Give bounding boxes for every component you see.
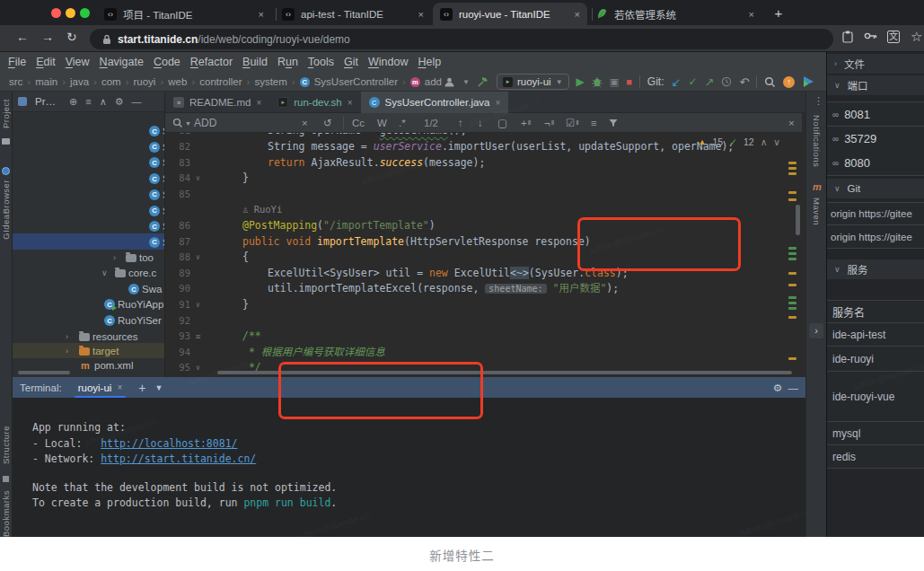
service-item[interactable]: ide-api-test <box>827 323 924 347</box>
inspections-widget[interactable]: ▲ 15 ✓ 12 ∧ ∨ <box>699 136 780 147</box>
git-update-icon[interactable]: ↙ <box>672 75 682 89</box>
stop-button[interactable]: ■ <box>626 76 632 87</box>
exclude-filter-icon[interactable]: ¬Ⅱ <box>544 113 554 133</box>
git-rollback-icon[interactable]: ↶ <box>739 75 749 89</box>
tree-item[interactable]: CSwa <box>13 281 165 297</box>
breadcrumb-item[interactable]: main <box>35 76 57 87</box>
sidebar-section-files[interactable]: ›文件 <box>827 54 924 74</box>
menu-item-edit[interactable]: Edit <box>36 56 56 68</box>
new-tab-button[interactable]: + <box>769 4 788 23</box>
tool-stripe-bookmarks[interactable]: Bookmarks <box>1 490 11 537</box>
tool-stripe-notifications[interactable]: Notifications <box>812 115 822 167</box>
tree-item[interactable]: CRuoYiApp <box>13 296 165 312</box>
tab-close-icon[interactable]: × <box>259 9 264 20</box>
git-history-icon[interactable] <box>721 76 732 87</box>
port-item[interactable]: ∞8081 <box>827 101 924 127</box>
fold-marker-icon[interactable]: ∨ <box>196 250 200 266</box>
sidebar-section-git[interactable]: ∨Git <box>827 179 924 198</box>
breadcrumb-item[interactable]: controller <box>199 76 242 87</box>
tree-class-item[interactable]: CS <box>13 123 165 139</box>
profile-icon[interactable] <box>444 76 455 88</box>
tool-stripe-project[interactable]: Project <box>1 99 11 128</box>
back-icon[interactable]: ← <box>16 30 29 44</box>
git-commit-icon[interactable]: ✓ <box>688 75 697 88</box>
tree-class-item[interactable]: CS <box>13 203 165 219</box>
traffic-light-zoom[interactable] <box>80 8 90 18</box>
prev-occurrence-icon[interactable]: ↑ <box>458 113 463 133</box>
locate-button[interactable]: ⊕ <box>69 96 77 108</box>
key-icon[interactable] <box>864 31 877 41</box>
panel-settings-icon[interactable]: ⚙ <box>115 96 124 108</box>
traffic-light-close[interactable] <box>51 8 61 18</box>
menu-item-build[interactable]: Build <box>242 56 268 68</box>
tree-class-item[interactable]: CS <box>13 234 165 250</box>
breadcrumb-item[interactable]: com <box>101 76 121 87</box>
tool-stripe-structure[interactable]: Structure <box>1 426 11 464</box>
terminal-tab[interactable]: ruoyi-ui × <box>71 377 130 398</box>
tool-stripe-gideabrowser[interactable]: GIdeaBrowser <box>1 180 11 240</box>
collapse-all-button[interactable]: ∧ <box>100 96 107 108</box>
terminal-dropdown-icon[interactable]: ▼ <box>154 383 163 392</box>
browser-tab[interactable]: 若依管理系统× <box>589 3 761 25</box>
tree-hscrollbar[interactable] <box>18 371 70 374</box>
tree-arrow-icon[interactable]: › <box>66 347 68 356</box>
tree-item[interactable]: CRuoYiSer <box>13 312 165 329</box>
editor-vscrollbar[interactable] <box>796 205 800 235</box>
bookmark-star-icon[interactable]: ☆ <box>911 29 922 45</box>
search-input[interactable]: ADD <box>194 113 216 133</box>
menu-item-run[interactable]: Run <box>277 56 298 68</box>
git-push-icon[interactable]: ↗ <box>705 75 715 89</box>
tab-close-icon[interactable]: × <box>749 9 754 20</box>
debug-button[interactable] <box>592 76 603 88</box>
stripe-expand-button[interactable]: › <box>809 323 823 338</box>
menu-item-tools[interactable]: Tools <box>308 56 334 68</box>
tree-arrow-icon[interactable]: ∨ <box>101 268 108 277</box>
coverage-button[interactable]: ▣ <box>610 76 619 88</box>
breadcrumb-item[interactable]: ruoyi <box>134 76 156 87</box>
filter-funnel-icon[interactable] <box>609 113 618 133</box>
traffic-light-minimize[interactable] <box>66 8 75 18</box>
browser-tab[interactable]: ‹›ruoyi-vue - TitanIDE× <box>433 3 587 25</box>
service-item[interactable]: mysql <box>827 422 924 445</box>
run-button[interactable]: ▶ <box>576 75 585 88</box>
match-case-toggle[interactable]: Cc <box>352 113 365 133</box>
terminal-link[interactable]: http://start.titanide.cn/ <box>101 452 256 465</box>
run-config-select[interactable]: ▸ ruoyi-ui ▼ <box>497 74 569 90</box>
breadcrumb-item[interactable]: system <box>254 76 286 87</box>
breadcrumb-class-item[interactable]: SysUserController <box>314 76 398 87</box>
search-history-icon[interactable]: ↺ <box>323 113 332 133</box>
address-bar[interactable]: start.titanide.cn/ide/web/coding/ruoyi-v… <box>90 29 833 49</box>
tree-item[interactable]: ∨core.c <box>13 265 165 281</box>
tree-class-item[interactable]: CS <box>13 187 165 203</box>
breadcrumb-method-item[interactable]: add <box>425 76 442 87</box>
menu-item-view[interactable]: View <box>66 56 90 68</box>
menu-item-navigate[interactable]: Navigate <box>100 56 144 68</box>
menu-item-file[interactable]: File <box>8 56 26 68</box>
git-remote-item[interactable]: origin https://gitee <box>827 225 924 249</box>
reload-icon[interactable]: ↻ <box>66 30 77 44</box>
fold-marker-icon[interactable]: ∨ <box>196 297 200 313</box>
update-badge-icon[interactable]: ↑ <box>783 76 795 88</box>
port-item[interactable]: ∞8080 <box>827 151 924 176</box>
regex-toggle[interactable]: .* <box>399 113 406 133</box>
tree-class-item[interactable]: CS <box>13 139 165 155</box>
panel-hide-icon[interactable]: — <box>132 96 142 107</box>
tree-arrow-icon[interactable]: › <box>66 332 68 341</box>
whole-words-toggle[interactable]: W <box>377 113 387 133</box>
search-options-icon[interactable]: ≡ <box>591 113 597 133</box>
browser-tab[interactable]: ‹›项目 - TitanIDE× <box>97 3 271 25</box>
tree-arrow-icon[interactable]: › <box>113 253 116 262</box>
fold-marker-icon[interactable]: ∨ <box>196 171 200 187</box>
profile-dropdown-icon[interactable]: ▼ <box>462 78 470 86</box>
new-terminal-icon[interactable]: + <box>138 381 145 395</box>
browser-tab[interactable]: ‹›api-test - TitanIDE× <box>275 3 431 25</box>
clipboard-icon[interactable] <box>842 31 853 43</box>
breadcrumb-item[interactable]: java <box>70 76 89 87</box>
terminal-minimize-icon[interactable]: — <box>788 382 799 393</box>
breadcrumb-item[interactable]: src <box>9 76 22 87</box>
tree-class-item[interactable]: CS <box>13 218 165 234</box>
next-problem-icon[interactable]: ∨ <box>773 136 780 147</box>
search-everywhere-icon[interactable] <box>764 76 776 88</box>
add-filter-icon[interactable]: +Ⅱ <box>521 113 531 133</box>
port-item[interactable]: ∞35729 <box>827 127 924 152</box>
